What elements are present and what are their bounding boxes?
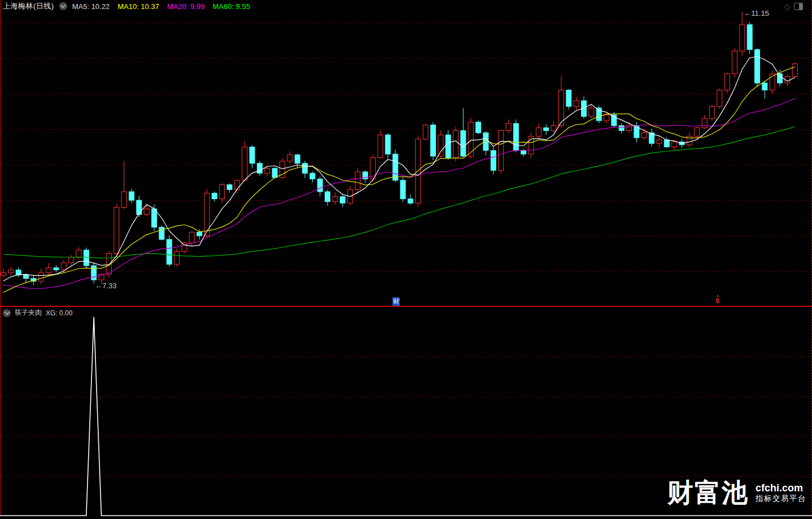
ma-label: MA10: 10.37 bbox=[117, 2, 159, 11]
candles-series bbox=[1, 12, 798, 285]
low-price-label: ←7.33 bbox=[95, 282, 116, 290]
indicator-value: XG: 0.00 bbox=[46, 309, 72, 317]
collapse-main-panel-button[interactable] bbox=[59, 2, 67, 10]
chevron-down-icon bbox=[60, 3, 66, 8]
ma-label: MA5: 10.22 bbox=[72, 2, 110, 11]
grid-lines bbox=[1, 23, 811, 477]
diamond-tool-icon[interactable]: ◇ bbox=[784, 2, 791, 11]
price-chart-canvas[interactable]: ←7.33 ←11.15 bbox=[0, 0, 812, 519]
sell-marker-letter: S bbox=[715, 297, 719, 304]
ma-label: MA20: 9.99 bbox=[167, 2, 205, 11]
indicator-name: 筷子夹肉 bbox=[15, 308, 42, 318]
collapse-sub-panel-button[interactable] bbox=[3, 309, 11, 317]
chart-frame bbox=[0, 0, 812, 516]
titlebar-icons: ◇ bbox=[784, 2, 803, 11]
axis-event-badge: 财 bbox=[392, 297, 400, 306]
brand-domain: cfchi.com bbox=[756, 483, 806, 493]
ma-values: MA5: 10.22MA10: 10.37MA20: 9.99MA60: 9.5… bbox=[72, 2, 250, 11]
trading-app-window: ←7.33 ←11.15 上海梅林(日线) MA5: 10.22MA10: 10… bbox=[0, 0, 812, 519]
ma-lines bbox=[3, 56, 795, 292]
brand-tagline: 指标交易平台 bbox=[756, 495, 806, 503]
sell-signal-marker: ▲ S bbox=[715, 294, 719, 304]
main-chart-header: 上海梅林(日线) MA5: 10.22MA10: 10.37MA20: 9.99… bbox=[0, 0, 812, 12]
sub-panel-header: 筷子夹肉 XG: 0.00 bbox=[0, 308, 72, 318]
site-watermark: 财富池 cfchi.com 指标交易平台 bbox=[667, 480, 806, 505]
ma-label: MA60: 9.55 bbox=[212, 2, 250, 11]
brand-logo-text: 财富池 bbox=[667, 480, 749, 505]
symbol-title: 上海梅林(日线) bbox=[3, 1, 54, 11]
chevron-down-icon bbox=[4, 309, 10, 315]
panel-layout-icon[interactable] bbox=[794, 3, 803, 10]
